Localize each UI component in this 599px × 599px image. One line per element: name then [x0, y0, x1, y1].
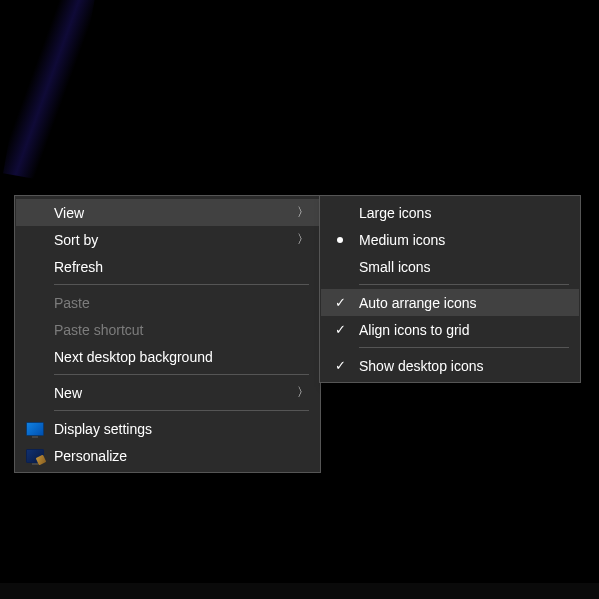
- menu-item-align-icons-to-grid[interactable]: ✓ Align icons to grid: [321, 316, 579, 343]
- menu-separator: [54, 374, 309, 375]
- icon-slot: ✓: [321, 295, 359, 310]
- menu-label: Sort by: [54, 232, 295, 248]
- checkmark-icon: ✓: [335, 322, 346, 337]
- menu-label: Large icons: [359, 205, 571, 221]
- view-submenu: Large icons Medium icons Small icons ✓ A…: [319, 195, 581, 383]
- menu-item-paste: Paste: [16, 289, 319, 316]
- menu-label: Auto arrange icons: [359, 295, 571, 311]
- submenu-arrow-icon: 〉: [295, 204, 311, 221]
- menu-label: Paste shortcut: [54, 322, 311, 338]
- menu-item-show-desktop-icons[interactable]: ✓ Show desktop icons: [321, 352, 579, 379]
- icon-slot: [16, 422, 54, 436]
- menu-item-display-settings[interactable]: Display settings: [16, 415, 319, 442]
- menu-label: Paste: [54, 295, 311, 311]
- menu-item-large-icons[interactable]: Large icons: [321, 199, 579, 226]
- menu-item-paste-shortcut: Paste shortcut: [16, 316, 319, 343]
- menu-label: Next desktop background: [54, 349, 311, 365]
- menu-separator: [359, 347, 569, 348]
- menu-item-sort-by[interactable]: Sort by 〉: [16, 226, 319, 253]
- radio-selected-icon: [337, 237, 343, 243]
- menu-item-medium-icons[interactable]: Medium icons: [321, 226, 579, 253]
- submenu-arrow-icon: 〉: [295, 384, 311, 401]
- taskbar[interactable]: [0, 583, 599, 599]
- menu-label: New: [54, 385, 295, 401]
- menu-item-next-desktop-background[interactable]: Next desktop background: [16, 343, 319, 370]
- menu-label: Personalize: [54, 448, 311, 464]
- icon-slot: ✓: [321, 358, 359, 373]
- display-icon: [26, 422, 44, 436]
- menu-label: Align icons to grid: [359, 322, 571, 338]
- menu-separator: [54, 410, 309, 411]
- menu-label: Display settings: [54, 421, 311, 437]
- icon-slot: [16, 449, 54, 463]
- checkmark-icon: ✓: [335, 358, 346, 373]
- icon-slot: ✓: [321, 322, 359, 337]
- menu-item-small-icons[interactable]: Small icons: [321, 253, 579, 280]
- icon-slot: [321, 237, 359, 243]
- menu-label: Refresh: [54, 259, 311, 275]
- menu-item-auto-arrange-icons[interactable]: ✓ Auto arrange icons: [321, 289, 579, 316]
- menu-label: Medium icons: [359, 232, 571, 248]
- menu-item-personalize[interactable]: Personalize: [16, 442, 319, 469]
- menu-label: View: [54, 205, 295, 221]
- menu-item-view[interactable]: View 〉: [16, 199, 319, 226]
- personalize-icon: [26, 449, 44, 463]
- menu-label: Small icons: [359, 259, 571, 275]
- menu-item-new[interactable]: New 〉: [16, 379, 319, 406]
- menu-separator: [359, 284, 569, 285]
- submenu-arrow-icon: 〉: [295, 231, 311, 248]
- menu-separator: [54, 284, 309, 285]
- menu-label: Show desktop icons: [359, 358, 571, 374]
- menu-item-refresh[interactable]: Refresh: [16, 253, 319, 280]
- desktop-context-menu: View 〉 Sort by 〉 Refresh Paste Paste sho…: [14, 195, 321, 473]
- checkmark-icon: ✓: [335, 295, 346, 310]
